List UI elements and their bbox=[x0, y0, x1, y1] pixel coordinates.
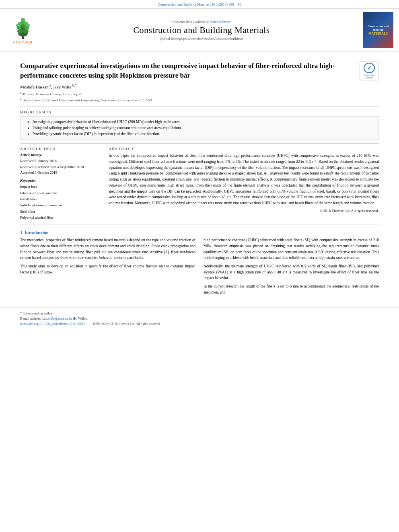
article-info: Article history: Received 6 January 2018… bbox=[20, 153, 101, 175]
journal-title: Construction and Building Materials bbox=[133, 25, 270, 35]
highlights-label: HIGHLIGHTS bbox=[20, 110, 379, 114]
journal-header: ELSEVIER Contents lists available at Sci… bbox=[0, 8, 399, 52]
divider-3 bbox=[20, 224, 379, 224]
article-info-column: ARTICLE INFO Article history: Received 6… bbox=[20, 147, 101, 221]
journal-homepage: journal homepage: www.elsevier.com/locat… bbox=[160, 37, 243, 41]
intro-para-2: This study aims to develop an equation t… bbox=[20, 263, 195, 275]
affiliation-b: b Department of Civil and Environmental … bbox=[20, 97, 379, 103]
copyright-text: © 2018 Elsevier Ltd. All rights reserved… bbox=[109, 209, 379, 213]
abstract-label: ABSTRACT bbox=[109, 147, 379, 151]
abstract-column: ABSTRACT In this paper the compressive i… bbox=[109, 147, 379, 221]
received-revised-date: Received in revised form 4 September 201… bbox=[20, 164, 101, 170]
elsevier-logo: ELSEVIER bbox=[5, 12, 41, 48]
intro-para-5: In the current research the length of th… bbox=[204, 283, 379, 295]
email-person: (K. Wille). bbox=[73, 316, 88, 320]
intro-col-right: high performance concrete (UHPC) reinfor… bbox=[204, 237, 379, 298]
email-note: E-mail address: kay.wille@uconn.edu (K. … bbox=[20, 316, 379, 320]
science-direct-anchor[interactable]: ScienceDirect bbox=[210, 20, 230, 24]
two-col-layout: ARTICLE INFO Article history: Received 6… bbox=[20, 147, 379, 221]
intro-para-3: high performance concrete (UHPC) reinfor… bbox=[204, 237, 379, 261]
journal-center: Contents lists available at ScienceDirec… bbox=[45, 12, 358, 48]
keyword-2: Fiber-reinforced concrete bbox=[20, 190, 101, 196]
highlight-item: Investigating compressive behavior of fi… bbox=[33, 119, 374, 125]
svg-point-11 bbox=[21, 18, 25, 22]
intro-col-left: The mechanical properties of fiber reinf… bbox=[20, 237, 195, 298]
author-mostafa: Mostafa Hassan a, Kay Wille b,* bbox=[20, 84, 76, 89]
highlights-list: Investigating compressive behavior of fi… bbox=[25, 119, 374, 138]
keyword-1: Impact load bbox=[20, 184, 101, 190]
accepted-date: Accepted 3 October 2018 bbox=[20, 170, 101, 175]
corresponding-author-note: * Corresponding author. bbox=[20, 311, 379, 315]
keyword-5: Steel fiber bbox=[20, 209, 101, 215]
highlights-section: HIGHLIGHTS Investigating compressive beh… bbox=[20, 110, 379, 140]
intro-heading: 1. Introduction bbox=[20, 230, 379, 235]
page: Construction and Building Materials 191 … bbox=[0, 0, 399, 532]
main-content: Comparative experimental investigations … bbox=[0, 52, 399, 302]
intro-para-1: The mechanical properties of fiber reinf… bbox=[20, 237, 195, 261]
svg-point-13 bbox=[27, 24, 30, 27]
svg-point-12 bbox=[16, 24, 19, 27]
highlight-item: Using and tailoring pulse shaping to ach… bbox=[33, 125, 374, 131]
check-updates-label: Check for updates bbox=[361, 74, 377, 79]
page-footer: * Corresponding author. E-mail address: … bbox=[0, 308, 399, 328]
issn-text: 0950-0618/© 2018 Elsevier Ltd. All right… bbox=[93, 322, 160, 326]
received-date: Received 6 January 2018 bbox=[20, 158, 101, 164]
homepage-label: journal homepage: www.elsevier.com/locat… bbox=[160, 37, 243, 41]
keyword-6: Polyvinyl alcohol fiber bbox=[20, 215, 101, 221]
contents-label: Contents lists available at bbox=[173, 20, 210, 24]
history-label: Article history: bbox=[20, 153, 101, 157]
keywords-section: Keywords: Impact load Fiber-reinforced c… bbox=[20, 179, 101, 221]
science-direct-link[interactable]: Contents lists available at ScienceDirec… bbox=[173, 20, 231, 24]
keyword-3: Basalt fiber bbox=[20, 196, 101, 202]
highlight-item: Providing dynamic impact factor (DIF) in… bbox=[33, 131, 374, 137]
affiliation-a: a Military Technical College, Cairo, Egy… bbox=[20, 91, 379, 97]
cover-title: Construction and Building bbox=[368, 25, 389, 31]
keyword-4: Split Hopkinson pressure bar bbox=[20, 202, 101, 208]
email-link[interactable]: kay.wille@uconn.edu bbox=[42, 316, 72, 320]
keywords-label: Keywords: bbox=[20, 179, 101, 183]
check-updates-badge[interactable]: Check for updates bbox=[360, 61, 379, 80]
cover-box-text: Construction and Building MATERIALS bbox=[365, 25, 392, 36]
intro-para-4: Additionally, the ultimate strength of U… bbox=[204, 263, 379, 281]
email-label: E-mail address: bbox=[20, 316, 41, 320]
article-title-section: Comparative experimental investigations … bbox=[20, 56, 379, 84]
divider-2 bbox=[20, 143, 379, 144]
article-title: Comparative experimental investigations … bbox=[20, 61, 356, 80]
footer-bottom: https://doi.org/10.1016/j.conbuildmat.20… bbox=[20, 322, 379, 326]
journal-cover: Construction and Building MATERIALS bbox=[362, 12, 394, 48]
check-icon bbox=[364, 63, 375, 73]
affiliations: a Military Technical College, Cairo, Egy… bbox=[20, 91, 379, 103]
authors-line: Mostafa Hassan a, Kay Wille b,* bbox=[20, 84, 379, 89]
abstract-section: ABSTRACT In this paper the compressive i… bbox=[109, 147, 379, 212]
abstract-text: In this paper the compressive impact beh… bbox=[109, 153, 379, 206]
elsevier-brand-text: ELSEVIER bbox=[13, 41, 33, 44]
elsevier-tree-icon bbox=[10, 16, 36, 40]
cover-box: Construction and Building MATERIALS bbox=[363, 12, 393, 48]
doi-link[interactable]: https://doi.org/10.1016/j.conbuildmat.20… bbox=[20, 322, 85, 326]
introduction-section: 1. Introduction The mechanical propertie… bbox=[20, 230, 379, 298]
top-citation: Construction and Building Materials 191 … bbox=[0, 0, 399, 8]
highlights-box: Investigating compressive behavior of fi… bbox=[20, 116, 379, 140]
corresponding-label: * Corresponding author. bbox=[20, 311, 53, 315]
intro-two-col: The mechanical properties of fiber reinf… bbox=[20, 237, 379, 298]
divider-1 bbox=[20, 107, 379, 107]
cover-materials: MATERIALS bbox=[365, 32, 392, 36]
citation-text: Construction and Building Materials 191 … bbox=[158, 2, 241, 6]
article-info-label: ARTICLE INFO bbox=[20, 147, 101, 151]
